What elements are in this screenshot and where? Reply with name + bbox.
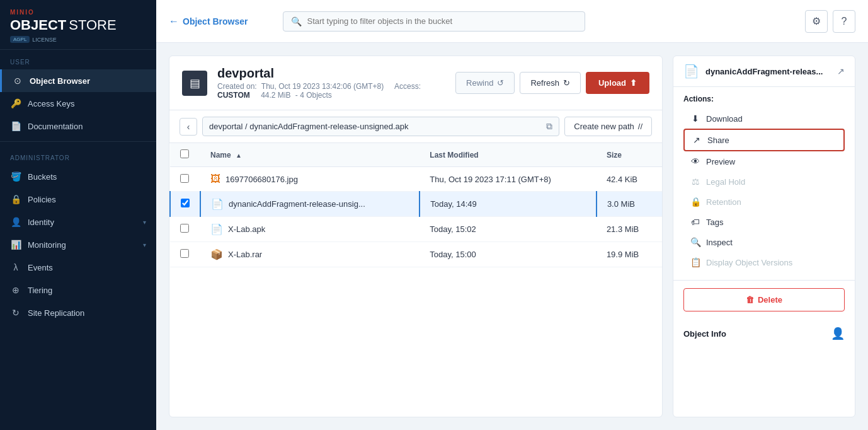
created-label: Created on: xyxy=(217,82,257,91)
sidebar-item-site-replication[interactable]: ↻ Site Replication xyxy=(0,301,156,324)
action-share[interactable]: ↗ Share xyxy=(683,129,845,151)
rewind-icon: ↺ xyxy=(497,78,504,88)
action-legal-hold: ⚖ Legal Hold xyxy=(683,171,845,192)
sidebar-item-buckets[interactable]: 🪣 Buckets xyxy=(0,165,156,188)
selected-file-icon: 📄 xyxy=(683,64,699,79)
chevron-down-icon: ▾ xyxy=(143,219,146,226)
object-info-section: Object Info 👤 xyxy=(673,319,855,348)
events-icon: λ xyxy=(10,262,21,272)
trash-icon: 🗑 xyxy=(746,295,754,305)
sidebar-item-label: Policies xyxy=(28,195,56,204)
object-info-header: Object Info 👤 xyxy=(683,327,845,340)
sidebar-item-events[interactable]: λ Events xyxy=(0,256,156,279)
sidebar-item-label: Documentation xyxy=(28,122,83,131)
sidebar-item-documentation[interactable]: 📄 Documentation xyxy=(0,115,156,137)
sidebar-item-label: Tiering xyxy=(28,286,52,295)
action-tags[interactable]: 🏷 Tags xyxy=(683,212,845,232)
file-table: Name ▲ Last Modified Size xyxy=(169,143,662,417)
logo-object-text: OBJECT xyxy=(10,17,66,33)
file-type-icon: 📄 xyxy=(211,198,224,210)
delete-button[interactable]: 🗑 Delete xyxy=(683,288,845,311)
refresh-button[interactable]: Refresh ↻ xyxy=(520,72,581,94)
bucket-icon: ▤ xyxy=(182,71,207,96)
sidebar-item-access-keys[interactable]: 🔑 Access Keys xyxy=(0,92,156,115)
sidebar-item-label: Site Replication xyxy=(28,308,84,318)
buckets-icon: 🪣 xyxy=(10,171,21,182)
create-new-path-button[interactable]: Create new path // xyxy=(564,117,652,136)
expand-icon[interactable]: ↗ xyxy=(837,66,845,76)
settings-button[interactable]: ⚙ xyxy=(805,10,828,33)
sidebar: MINIO OBJECT STORE AGPL LICENSE User ⊙ O… xyxy=(0,0,156,430)
logo-license-badge: AGPL xyxy=(10,36,30,43)
retention-icon: 🔒 xyxy=(690,197,701,207)
tiering-icon: ⊕ xyxy=(10,285,21,295)
action-retention: 🔒 Retention xyxy=(683,192,845,212)
bucket-controls: Rewind ↺ Refresh ↻ Upload ⬆ xyxy=(455,72,649,94)
select-all-checkbox[interactable] xyxy=(180,149,189,158)
upload-button[interactable]: Upload ⬆ xyxy=(586,72,649,94)
legal-hold-icon: ⚖ xyxy=(690,177,701,187)
sidebar-item-label: Buckets xyxy=(28,172,57,182)
topbar-actions: ⚙ ? xyxy=(805,10,855,33)
chevron-left-icon: ‹ xyxy=(187,122,190,132)
selected-filename: dynanicAddFragment-releas... xyxy=(705,67,831,76)
action-preview[interactable]: 👁 Preview xyxy=(683,151,845,171)
gear-icon: ⚙ xyxy=(812,15,821,27)
row-checkbox-cell xyxy=(170,167,200,192)
row-name-cell: 📄 dynanicAddFragment-release-unsig... xyxy=(200,192,420,217)
preview-label: Preview xyxy=(706,157,735,166)
created-date: Thu, Oct 19 2023 13:42:06 (GMT+8) xyxy=(261,82,384,91)
new-path-label: Create new path xyxy=(574,122,634,131)
row-checkbox[interactable] xyxy=(181,199,190,207)
row-checkbox[interactable] xyxy=(180,249,189,258)
sidebar-item-identity[interactable]: 👤 Identity ▾ xyxy=(0,211,156,233)
sidebar-item-tiering[interactable]: ⊕ Tiering xyxy=(0,279,156,301)
right-panel-header: 📄 dynanicAddFragment-releas... ↗ xyxy=(673,56,855,87)
table-row[interactable]: 📦 X-Lab.rar Today, 15:00 19.9 MiB xyxy=(170,242,662,267)
current-path: devportal / dynanicAddFragment-release-u… xyxy=(209,122,409,131)
rewind-button[interactable]: Rewind ↺ xyxy=(455,72,515,94)
row-checkbox[interactable] xyxy=(180,224,189,233)
path-back-button[interactable]: ‹ xyxy=(180,118,197,136)
logo-license-text: LICENSE xyxy=(32,37,57,43)
user-section-label: User xyxy=(0,50,156,69)
path-bar: ‹ devportal / dynanicAddFragment-release… xyxy=(169,110,662,143)
row-checkbox[interactable] xyxy=(180,174,189,183)
sidebar-item-monitoring[interactable]: 📊 Monitoring ▾ xyxy=(0,233,156,256)
copy-path-button[interactable]: ⧉ xyxy=(546,121,552,132)
row-size-cell: 3.0 MiB xyxy=(597,192,662,217)
help-button[interactable]: ? xyxy=(833,10,855,33)
table-row[interactable]: 📄 dynanicAddFragment-release-unsig... To… xyxy=(170,192,662,217)
help-icon: ? xyxy=(842,16,847,27)
back-button[interactable]: ← Object Browser xyxy=(169,16,248,27)
logo-minio-text: MINIO xyxy=(10,9,146,16)
sidebar-item-object-browser[interactable]: ⊙ Object Browser xyxy=(0,69,156,92)
row-modified-cell: Thu, Oct 19 2023 17:11 (GMT+8) xyxy=(420,167,597,192)
table-row[interactable]: 🖼 1697706680176.jpg Thu, Oct 19 2023 17:… xyxy=(170,167,662,192)
col-modified[interactable]: Last Modified xyxy=(420,143,597,167)
refresh-icon: ↻ xyxy=(563,78,570,88)
search-input[interactable] xyxy=(307,16,577,26)
sidebar-item-label: Access Keys xyxy=(28,99,74,108)
display-versions-icon: 📋 xyxy=(690,257,701,267)
action-inspect[interactable]: 🔍 Inspect xyxy=(683,232,845,252)
table-row[interactable]: 📄 X-Lab.apk Today, 15:02 21.3 MiB xyxy=(170,217,662,242)
sidebar-item-label: Object Browser xyxy=(30,76,90,86)
bucket-name: devportal xyxy=(217,66,445,81)
sidebar-item-policies[interactable]: 🔒 Policies xyxy=(0,188,156,211)
topbar: ← Object Browser 🔍 ⚙ ? xyxy=(156,0,868,43)
right-panel: 📄 dynanicAddFragment-releas... ↗ Actions… xyxy=(673,55,855,417)
object-info-expand-icon[interactable]: 👤 xyxy=(831,327,845,340)
delete-label: Delete xyxy=(758,295,782,305)
row-checkbox-cell xyxy=(170,192,200,217)
row-modified-cell: Today, 15:00 xyxy=(420,242,597,267)
site-replication-icon: ↻ xyxy=(10,308,21,318)
row-checkbox-cell xyxy=(170,217,200,242)
retention-label: Retention xyxy=(706,197,741,207)
rewind-label: Rewind xyxy=(466,78,493,88)
row-checkbox-cell xyxy=(170,242,200,267)
action-download[interactable]: ⬇ Download xyxy=(683,108,845,129)
col-name[interactable]: Name ▲ xyxy=(200,143,420,167)
col-size[interactable]: Size xyxy=(597,143,662,167)
topbar-title: Object Browser xyxy=(183,16,248,26)
